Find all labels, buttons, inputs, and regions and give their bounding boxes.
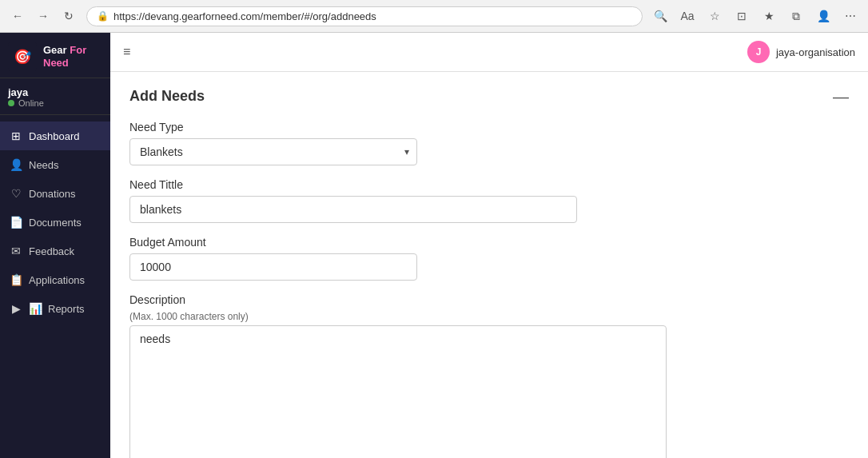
main-content: ≡ J jaya-organisation Add Needs — Need T… (110, 33, 868, 458)
topbar-user[interactable]: J jaya-organisation (747, 41, 855, 63)
donations-icon: ♡ (10, 187, 22, 200)
browser-actions: 🔍 Aa ☆ ⊡ ★ ⧉ 👤 ⋯ (649, 5, 862, 27)
sidebar-username: jaya (8, 86, 102, 98)
need-type-select-wrapper: Blankets Food Clothing Medicine Other ▾ (129, 138, 417, 165)
minimize-button[interactable]: — (833, 89, 849, 105)
sidebar-item-label: Documents (29, 217, 82, 229)
browser-chrome: ← → ↻ 🔒 🔍 Aa ☆ ⊡ ★ ⧉ 👤 ⋯ (0, 0, 868, 33)
browser-nav-buttons: ← → ↻ (6, 5, 80, 27)
sidebar-logo-icon: 🎯 (8, 42, 37, 71)
needs-icon: 👤 (10, 158, 22, 171)
description-hint: (Max. 1000 characters only) (129, 311, 849, 322)
sidebar-user: jaya Online (0, 78, 110, 115)
description-textarea[interactable]: needs (129, 325, 667, 458)
more-button[interactable]: ⋯ (839, 5, 862, 27)
documents-icon: 📄 (10, 216, 22, 229)
sidebar: 🎯 Gear For Need jaya Online ⊞ Dashboard … (0, 33, 110, 458)
sidebar-status: Online (8, 98, 102, 108)
need-title-label: Need Tittle (129, 178, 849, 191)
bookmark-button[interactable]: ☆ (703, 5, 726, 27)
need-type-select[interactable]: Blankets Food Clothing Medicine Other (129, 138, 417, 165)
sidebar-item-feedback[interactable]: ✉ Feedback (0, 237, 110, 265)
sidebar-item-documents[interactable]: 📄 Documents (0, 208, 110, 237)
sidebar-item-reports[interactable]: ▶ 📊 Reports (0, 294, 110, 323)
form-container: Add Needs — Need Type Blankets Food Clot… (110, 72, 868, 458)
reports-sub-icon: 📊 (29, 302, 42, 315)
address-bar[interactable]: 🔒 (86, 6, 643, 26)
budget-amount-group: Budget Amount (129, 236, 849, 281)
profile-button[interactable]: 👤 (812, 5, 834, 27)
status-text: Online (18, 98, 44, 108)
budget-amount-input[interactable] (129, 253, 417, 281)
url-input[interactable] (113, 10, 632, 22)
lock-icon: 🔒 (97, 10, 109, 22)
applications-icon: 📋 (10, 273, 22, 286)
zoom-button[interactable]: 🔍 (649, 5, 671, 27)
sidebar-item-donations[interactable]: ♡ Donations (0, 179, 110, 208)
budget-amount-label: Budget Amount (129, 236, 849, 249)
need-title-group: Need Tittle (129, 178, 849, 223)
status-dot (8, 100, 14, 106)
sidebar-item-label: Needs (29, 159, 59, 171)
topbar-username: jaya-organisation (776, 46, 855, 58)
forward-button[interactable]: → (32, 5, 54, 27)
sidebar-item-label: Feedback (29, 245, 74, 257)
feedback-icon: ✉ (10, 245, 22, 257)
sidebar-item-dashboard[interactable]: ⊞ Dashboard (0, 121, 110, 150)
form-header: Add Needs — (129, 88, 849, 105)
back-button[interactable]: ← (6, 5, 29, 27)
topbar: ≡ J jaya-organisation (110, 33, 868, 72)
sidebar-nav: ⊞ Dashboard 👤 Needs ♡ Donations 📄 Docume… (0, 115, 110, 458)
need-title-input[interactable] (129, 196, 577, 223)
form-title: Add Needs (129, 88, 205, 105)
sidebar-item-needs[interactable]: 👤 Needs (0, 150, 110, 179)
sidebar-item-label: Reports (48, 303, 85, 315)
description-label: Description (129, 293, 849, 306)
description-group: Description (Max. 1000 characters only) … (129, 293, 849, 458)
sidebar-item-label: Applications (29, 274, 85, 286)
avatar: J (747, 41, 770, 63)
app-container: 🎯 Gear For Need jaya Online ⊞ Dashboard … (0, 33, 868, 458)
sidebar-item-label: Donations (29, 188, 76, 200)
sidebar-logo-text: Gear For Need (43, 44, 86, 69)
sidebar-item-label: Dashboard (29, 130, 80, 142)
sidebar-header: 🎯 Gear For Need (0, 33, 110, 78)
reader-button[interactable]: Aa (676, 5, 699, 27)
refresh-button[interactable]: ↻ (58, 5, 80, 27)
sidebar-item-applications[interactable]: 📋 Applications (0, 265, 110, 294)
favorites-button[interactable]: ★ (758, 5, 780, 27)
reports-icon: ▶ (10, 302, 22, 315)
collections-button[interactable]: ⧉ (785, 5, 807, 27)
dashboard-icon: ⊞ (10, 129, 22, 142)
menu-icon[interactable]: ≡ (123, 45, 130, 59)
need-type-group: Need Type Blankets Food Clothing Medicin… (129, 121, 849, 165)
need-type-label: Need Type (129, 121, 849, 133)
split-view-button[interactable]: ⊡ (731, 5, 753, 27)
